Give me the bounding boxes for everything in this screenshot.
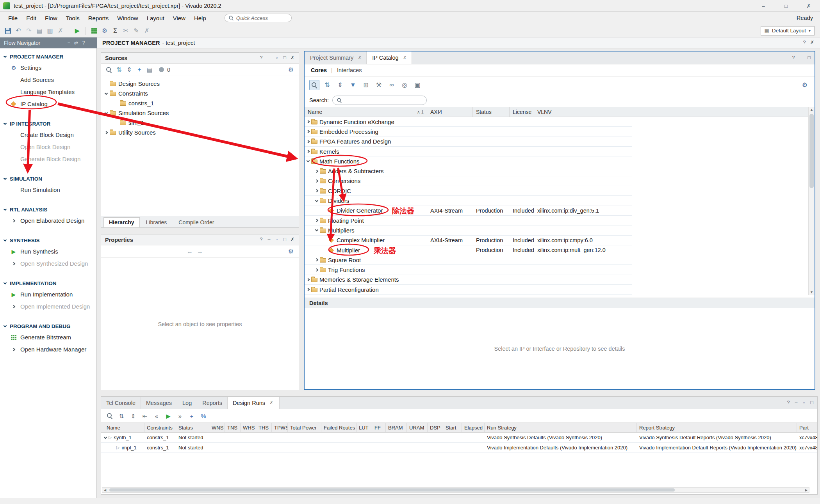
catalog-category-floating-point[interactable]: Floating Point bbox=[305, 216, 632, 225]
runs-column-report-strategy[interactable]: Report Strategy bbox=[637, 423, 797, 432]
bottom-tab-messages[interactable]: Messages bbox=[141, 397, 177, 409]
flow-item-open-implemented-design[interactable]: Open Implemented Design bbox=[0, 300, 96, 312]
search-icon[interactable] bbox=[105, 411, 114, 421]
scroll-up-icon[interactable]: ▲ bbox=[809, 108, 815, 112]
flow-item-open-hardware-manager[interactable]: Open Hardware Manager bbox=[0, 343, 96, 355]
catalog-search-box[interactable] bbox=[332, 96, 427, 105]
minimize-icon[interactable]: – bbox=[797, 54, 805, 62]
column-header-axi4[interactable]: AXI4 bbox=[427, 107, 473, 117]
search-icon[interactable] bbox=[309, 80, 319, 90]
settings-icon[interactable]: ⚙ bbox=[100, 26, 109, 35]
catalog-category-trig-functions[interactable]: Trig Functions bbox=[305, 265, 632, 275]
properties-panel-header[interactable]: Properties ?–▫□✗ bbox=[101, 234, 299, 245]
help-icon[interactable]: ? bbox=[790, 54, 797, 62]
maximize-icon[interactable]: □ bbox=[808, 399, 816, 407]
close-icon[interactable]: ✗ bbox=[797, 0, 820, 12]
flow-item-open-synthesized-design[interactable]: Open Synthesized Design bbox=[0, 257, 96, 270]
expander-icon[interactable] bbox=[105, 111, 108, 114]
scroll-right-icon[interactable]: ▶ bbox=[805, 488, 808, 492]
collapse-all-icon[interactable]: ⇅ bbox=[117, 411, 126, 421]
search-icon[interactable] bbox=[104, 65, 114, 75]
bottom-tab-reports[interactable]: Reports bbox=[197, 397, 228, 409]
flow-item-create-block-design[interactable]: Create Block Design bbox=[0, 129, 96, 141]
runs-column-tpws[interactable]: TPWS bbox=[272, 423, 288, 432]
runs-column-whs[interactable]: WHS bbox=[241, 423, 256, 432]
minimize-icon[interactable]: – bbox=[792, 399, 800, 407]
expander-icon[interactable] bbox=[315, 189, 318, 192]
runs-column-ths[interactable]: THS bbox=[256, 423, 272, 432]
catalog-category-memories-storage-elements[interactable]: Memories & Storage Elements bbox=[305, 275, 632, 285]
expander-icon[interactable] bbox=[315, 219, 318, 222]
undo-icon[interactable]: ↶ bbox=[14, 26, 23, 35]
runs-column-status[interactable]: Status bbox=[176, 423, 209, 432]
expander-icon[interactable] bbox=[315, 199, 318, 202]
group-icon[interactable]: ⊞ bbox=[361, 80, 371, 90]
runs-column-dsp[interactable]: DSP bbox=[428, 423, 443, 432]
expander-icon[interactable] bbox=[307, 150, 310, 153]
source-tree-item-utility-sources[interactable]: Utility Sources bbox=[101, 128, 299, 137]
catalog-category-square-root[interactable]: Square Root bbox=[305, 255, 632, 265]
catalog-category-cordic[interactable]: CORDIC bbox=[305, 186, 632, 196]
close-icon[interactable]: ✗ bbox=[269, 400, 274, 406]
menu-reports[interactable]: Reports bbox=[84, 12, 113, 24]
minimize-icon[interactable]: – bbox=[752, 0, 775, 12]
step-back-icon[interactable]: « bbox=[152, 411, 161, 421]
flow-section-header-synthesis[interactable]: SYNTHESIS bbox=[0, 235, 96, 245]
scroll-down-icon[interactable]: ▼ bbox=[809, 290, 815, 294]
float-icon[interactable]: ▫ bbox=[273, 54, 281, 62]
flow-item-language-templates[interactable]: Language Templates bbox=[0, 86, 96, 98]
quick-access-input[interactable] bbox=[236, 15, 288, 21]
runs-column-bram[interactable]: BRAM bbox=[386, 423, 407, 432]
filter-icon[interactable]: ▼ bbox=[348, 80, 358, 90]
collapse-all-icon[interactable]: ⇅ bbox=[322, 80, 332, 90]
run-row-synth-1[interactable]: ▷synth_1constrs_1Not startedVivado Synth… bbox=[101, 433, 817, 443]
run-row-impl-1[interactable]: ▷impl_1constrs_1Not startedVivado Implem… bbox=[101, 443, 817, 453]
catalog-category-dynamic-function-exchange[interactable]: Dynamic Function eXchange bbox=[305, 117, 632, 127]
close-icon[interactable]: ✗ bbox=[357, 55, 362, 60]
expander-icon[interactable] bbox=[104, 435, 107, 438]
flow-section-header-implementation[interactable]: IMPLEMENTATION bbox=[0, 278, 96, 288]
catalog-ip-divider-generator[interactable]: Divider GeneratorAXI4-StreamProductionIn… bbox=[305, 206, 632, 216]
subtab-interfaces[interactable]: Interfaces bbox=[337, 67, 362, 73]
flow-item-open-elaborated-design[interactable]: Open Elaborated Design bbox=[0, 215, 96, 227]
details-header[interactable]: Details bbox=[305, 298, 815, 308]
gear-icon[interactable]: ⚙ bbox=[800, 80, 810, 90]
expander-icon[interactable] bbox=[105, 131, 108, 134]
column-header-vlnv[interactable]: VLNV bbox=[534, 107, 630, 117]
sum-icon[interactable]: Σ bbox=[111, 26, 120, 35]
runs-column-ff[interactable]: FF bbox=[372, 423, 386, 432]
quick-access-search[interactable] bbox=[225, 14, 292, 22]
bitstream-icon[interactable] bbox=[89, 26, 99, 35]
flow-section-header-simulation[interactable]: SIMULATION bbox=[0, 174, 96, 184]
scrollbar-thumb[interactable] bbox=[809, 114, 814, 188]
catalog-category-fpga-features-and-design[interactable]: FPGA Features and Design bbox=[305, 137, 632, 147]
bottom-tab-design-runs[interactable]: Design Runs✗ bbox=[228, 397, 280, 409]
menu-tools[interactable]: Tools bbox=[62, 12, 84, 24]
add-icon[interactable]: + bbox=[135, 65, 144, 75]
source-tree-item-constraints[interactable]: Constraints bbox=[101, 89, 299, 98]
source-tree-item-constrs-1[interactable]: constrs_1 bbox=[101, 98, 299, 108]
minimize-icon[interactable]: – bbox=[265, 54, 273, 62]
catalog-category-dividers[interactable]: Dividers bbox=[305, 196, 632, 206]
sources-panel-header[interactable]: Sources ?–▫□✗ bbox=[101, 53, 299, 64]
runs-column-lut[interactable]: LUT bbox=[357, 423, 372, 432]
catalog-category-adders-subtracters[interactable]: Adders & Subtracters bbox=[305, 167, 632, 176]
forward-icon[interactable]: → bbox=[195, 247, 205, 256]
help-icon[interactable]: ? bbox=[800, 39, 808, 47]
close-icon[interactable]: ✗ bbox=[289, 54, 296, 62]
layout-selector[interactable]: ▦ Default Layout ▾ bbox=[761, 26, 815, 35]
paste-icon[interactable]: ▥ bbox=[45, 26, 55, 35]
back-icon[interactable]: ← bbox=[185, 247, 194, 256]
fnav-dock-icon[interactable]: ⇄ bbox=[73, 39, 80, 46]
catalog-category-embedded-processing[interactable]: Embedded Processing bbox=[305, 127, 632, 137]
fnav-collapse-icon[interactable]: ― bbox=[87, 39, 94, 46]
catalog-category-multipliers[interactable]: Multipliers bbox=[305, 225, 632, 235]
flow-item-run-synthesis[interactable]: ▶Run Synthesis bbox=[0, 245, 96, 257]
flow-section-header-program-and-debug[interactable]: PROGRAM AND DEBUG bbox=[0, 321, 96, 331]
maximize-icon[interactable]: □ bbox=[805, 54, 813, 62]
expander-icon[interactable] bbox=[307, 120, 310, 123]
scrollbar-thumb[interactable] bbox=[109, 488, 675, 492]
bottom-tab-log[interactable]: Log bbox=[177, 397, 197, 409]
bottom-tab-tcl-console[interactable]: Tcl Console bbox=[101, 397, 141, 409]
flow-section-header-rtl-analysis[interactable]: RTL ANALYSIS bbox=[0, 204, 96, 215]
